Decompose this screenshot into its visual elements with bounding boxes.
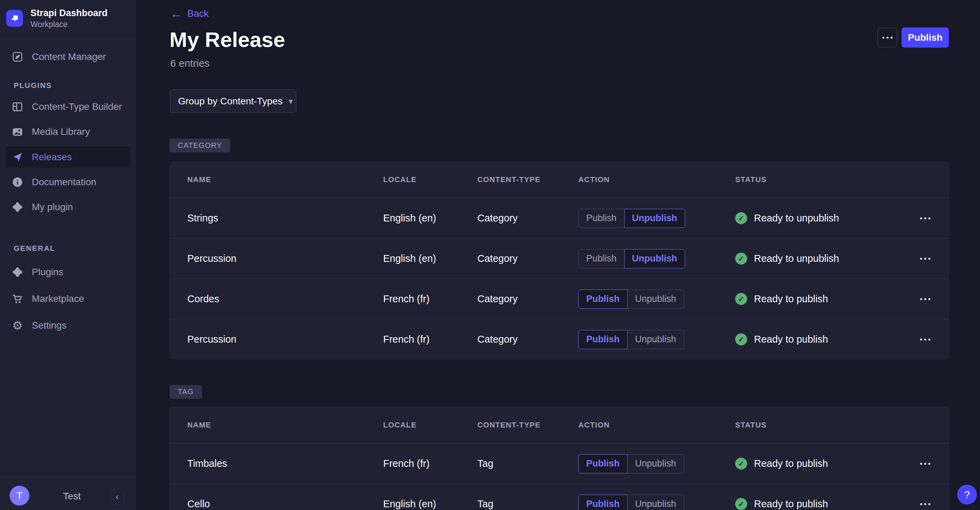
- column-header-locale: LOCALE: [383, 421, 477, 430]
- column-header-status: STATUS: [735, 175, 911, 184]
- sidebar-divider: [0, 39, 135, 39]
- sidebar-divider: [0, 477, 135, 477]
- row-more-button[interactable]: [919, 295, 932, 303]
- sidebar-item-label: Releases: [32, 152, 72, 163]
- unpublish-option[interactable]: Unpublish: [627, 454, 684, 473]
- row-more-button[interactable]: [919, 335, 932, 344]
- picture-icon: [12, 126, 23, 138]
- publish-unpublish-toggle: Publish Unpublish: [578, 494, 684, 510]
- publish-option[interactable]: Publish: [578, 494, 628, 510]
- puzzle-icon: [12, 266, 23, 278]
- feather-icon: [12, 51, 23, 63]
- row-more-button[interactable]: [919, 214, 932, 223]
- group-by-select[interactable]: Group by Content-Types ▾: [170, 89, 296, 113]
- unpublish-option[interactable]: Unpublish: [627, 289, 684, 309]
- back-arrow-icon: ←: [170, 8, 183, 20]
- publish-option[interactable]: Publish: [578, 330, 628, 349]
- chevron-down-icon: ▾: [289, 97, 293, 106]
- cell-name: Percussion: [187, 334, 383, 345]
- table-row: Timbales French (fr) Tag Publish Unpubli…: [170, 443, 950, 484]
- cell-locale: French (fr): [383, 458, 477, 469]
- screen: Strapi Dashboard Workplace Content Manag…: [0, 0, 980, 510]
- cell-name: Cello: [187, 498, 383, 510]
- gear-icon: ⚙: [12, 320, 23, 331]
- help-button[interactable]: ?: [957, 485, 977, 505]
- sidebar-item-settings[interactable]: ⚙ Settings: [5, 315, 131, 336]
- sidebar-item-label: Plugins: [32, 267, 64, 278]
- check-circle-icon: ✓: [735, 458, 747, 470]
- publish-unpublish-toggle: Publish Unpublish: [578, 209, 685, 228]
- status-text: Ready to publish: [754, 458, 828, 469]
- column-header-locale: LOCALE: [383, 175, 477, 184]
- sidebar-item-my-plugin[interactable]: My plugin: [5, 197, 131, 218]
- table-header-row: NAME LOCALE CONTENT-TYPE ACTION STATUS: [170, 407, 950, 443]
- entries-count: 6 entries: [170, 57, 210, 69]
- check-circle-icon: ✓: [735, 293, 747, 305]
- sidebar-item-content-type-builder[interactable]: Content-Type Builder: [5, 96, 131, 118]
- status-text: Ready to unpublish: [754, 253, 839, 264]
- row-more-button[interactable]: [919, 254, 932, 263]
- column-header-name: NAME: [187, 175, 383, 184]
- sidebar-collapse-button[interactable]: ‹: [110, 489, 124, 505]
- avatar[interactable]: T: [10, 486, 29, 505]
- sidebar-item-documentation[interactable]: Documentation: [5, 172, 131, 193]
- group-badge-category: CATEGORY: [170, 138, 230, 152]
- workspace-switcher[interactable]: Strapi Dashboard Workplace: [6, 8, 108, 29]
- user-name: Test: [51, 491, 92, 502]
- publish-unpublish-toggle: Publish Unpublish: [578, 454, 684, 473]
- sidebar-item-plugins[interactable]: Plugins: [5, 262, 131, 283]
- sidebar-item-label: Content-Type Builder: [32, 101, 122, 112]
- cell-locale: French (fr): [383, 334, 477, 345]
- app-title: Strapi Dashboard: [30, 8, 108, 19]
- sidebar-item-media-library[interactable]: Media Library: [5, 121, 131, 142]
- publish-unpublish-toggle: Publish Unpublish: [578, 249, 685, 269]
- cell-name: Timbales: [187, 458, 383, 469]
- paper-plane-icon: [12, 151, 23, 163]
- group-by-value: Group by Content-Types: [178, 96, 283, 107]
- status-text: Ready to publish: [754, 334, 828, 345]
- cell-name: Cordes: [187, 293, 383, 305]
- row-more-button[interactable]: [919, 500, 932, 508]
- publish-release-button[interactable]: Publish: [902, 27, 949, 48]
- sidebar-item-label: My plugin: [32, 202, 73, 213]
- category-table: NAME LOCALE CONTENT-TYPE ACTION STATUS S…: [170, 161, 950, 359]
- sidebar-item-releases[interactable]: Releases: [5, 146, 131, 168]
- back-link[interactable]: ← Back: [170, 8, 208, 20]
- table-row: Cordes French (fr) Category Publish Unpu…: [170, 279, 950, 319]
- strapi-logo: [6, 10, 23, 27]
- cell-locale: French (fr): [383, 293, 477, 305]
- table-header-row: NAME LOCALE CONTENT-TYPE ACTION STATUS: [170, 161, 950, 198]
- cell-locale: English (en): [383, 498, 477, 510]
- sidebar-item-content-manager[interactable]: Content Manager: [5, 46, 131, 67]
- release-more-button[interactable]: [878, 28, 897, 47]
- sidebar-item-marketplace[interactable]: Marketplace: [5, 288, 131, 310]
- publish-option[interactable]: Publish: [578, 454, 628, 473]
- check-circle-icon: ✓: [735, 212, 747, 224]
- column-header-name: NAME: [187, 421, 383, 430]
- table-row: Percussion French (fr) Category Publish …: [170, 319, 950, 359]
- row-more-button[interactable]: [919, 459, 932, 468]
- unpublish-option[interactable]: Unpublish: [624, 209, 685, 228]
- cell-content-type: Category: [477, 213, 578, 224]
- publish-option[interactable]: Publish: [578, 249, 625, 269]
- layout-icon: [12, 101, 23, 113]
- sidebar-item-label: Media Library: [32, 126, 90, 137]
- cart-icon: [12, 293, 23, 305]
- sidebar-item-label: Settings: [32, 320, 67, 331]
- check-circle-icon: ✓: [735, 334, 747, 345]
- chevron-left-icon: ‹: [116, 491, 119, 502]
- workspace-name: Workplace: [30, 20, 108, 29]
- publish-option[interactable]: Publish: [578, 209, 625, 228]
- group-badge-tag: TAG: [170, 385, 202, 399]
- publish-option[interactable]: Publish: [578, 289, 628, 309]
- cell-content-type: Tag: [477, 498, 578, 510]
- unpublish-option[interactable]: Unpublish: [627, 330, 684, 349]
- cell-locale: English (en): [383, 253, 477, 264]
- info-circle-icon: [12, 176, 23, 188]
- column-header-content-type: CONTENT-TYPE: [477, 175, 578, 184]
- puzzle-icon: [12, 201, 23, 213]
- unpublish-option[interactable]: Unpublish: [627, 494, 684, 510]
- unpublish-option[interactable]: Unpublish: [624, 249, 685, 269]
- cell-name: Percussion: [187, 253, 383, 264]
- column-header-content-type: CONTENT-TYPE: [477, 421, 578, 430]
